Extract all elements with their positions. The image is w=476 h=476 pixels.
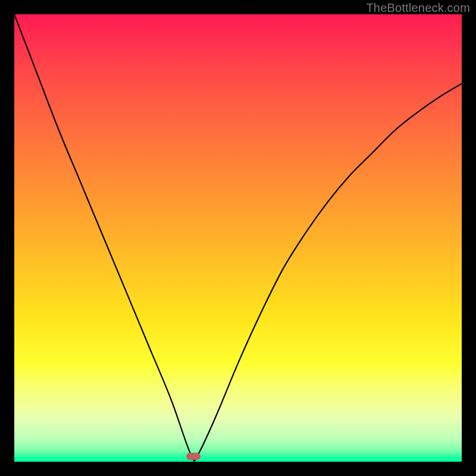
- chart-frame: TheBottleneck.com: [0, 0, 476, 476]
- bottleneck-curve: [14, 14, 462, 462]
- plot-area: [14, 14, 462, 462]
- optimal-point-marker: [186, 453, 201, 460]
- watermark-text: TheBottleneck.com: [366, 1, 470, 15]
